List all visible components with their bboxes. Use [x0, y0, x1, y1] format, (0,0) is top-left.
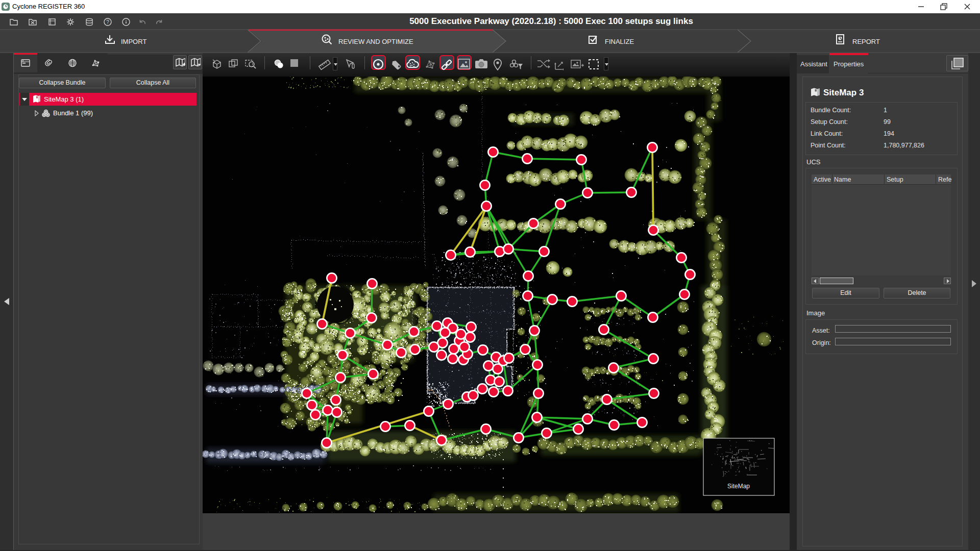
svg-text:SiteMap: SiteMap — [727, 483, 750, 490]
